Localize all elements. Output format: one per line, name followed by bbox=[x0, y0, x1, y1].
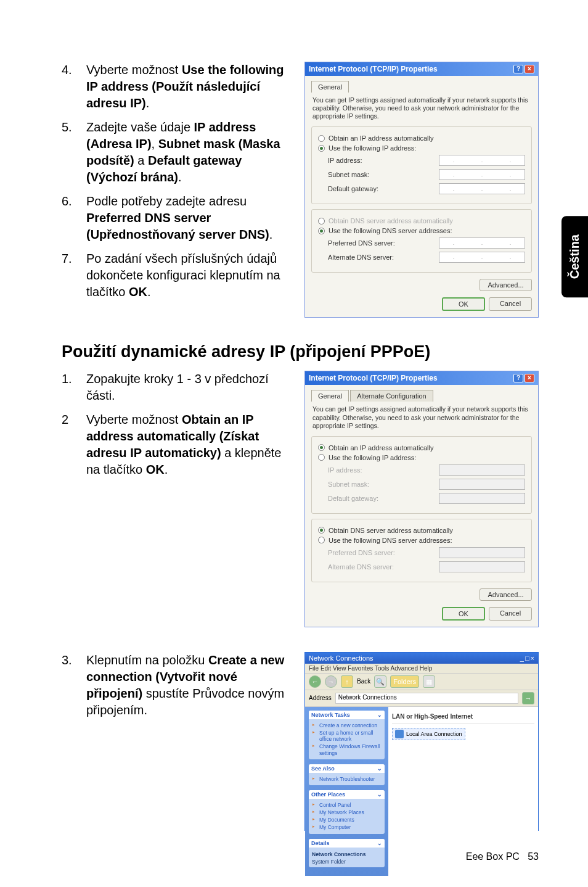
radio-obtain-dns bbox=[318, 218, 325, 225]
folders-button[interactable]: Folders bbox=[390, 675, 419, 688]
radio-use-ip[interactable] bbox=[318, 454, 325, 461]
dialog-description: You can get IP settings assigned automat… bbox=[312, 405, 531, 429]
dialog-title-bar: Internet Protocol (TCP/IP) Properties ? … bbox=[305, 371, 538, 385]
step-number: 2 bbox=[62, 411, 86, 478]
step-text: Vyberte možnost Obtain an IP address aut… bbox=[86, 411, 292, 478]
up-button[interactable]: ↑ bbox=[341, 675, 353, 688]
other-network-places[interactable]: My Network Places bbox=[312, 809, 382, 816]
gateway-input bbox=[439, 493, 525, 504]
step-text: Vyberte možnost Use the following IP add… bbox=[86, 62, 292, 112]
window-controls[interactable]: _ □ × bbox=[520, 654, 534, 662]
collapse-icon[interactable]: ⌄ bbox=[377, 791, 382, 798]
tcpip-dialog-static: Internet Protocol (TCP/IP) Properties ? … bbox=[304, 62, 539, 318]
main-pane: LAN or High-Speed Internet Local Area Co… bbox=[388, 707, 538, 876]
page-footer: Eee Box PC 53 bbox=[466, 851, 539, 862]
network-tasks-panel: Network Tasks⌄ Create a new connection S… bbox=[309, 711, 385, 759]
radio-obtain-ip[interactable] bbox=[318, 135, 325, 142]
cancel-button[interactable]: Cancel bbox=[489, 607, 532, 621]
instruction-list-1: 4.Vyberte možnost Use the following IP a… bbox=[62, 62, 292, 300]
ok-button[interactable]: OK bbox=[442, 297, 485, 311]
collapse-icon[interactable]: ⌄ bbox=[377, 712, 382, 718]
radio-obtain-ip[interactable] bbox=[318, 444, 325, 451]
radio-use-ip[interactable] bbox=[318, 145, 325, 152]
see-troubleshooter[interactable]: Network Troubleshooter bbox=[312, 775, 382, 783]
instruction-step: 6.Podle potřeby zadejte adresu Preferred… bbox=[62, 193, 292, 243]
radio-obtain-dns[interactable] bbox=[318, 527, 325, 534]
dialog-title: Internet Protocol (TCP/IP) Properties bbox=[309, 374, 438, 382]
step-number: 5. bbox=[62, 119, 86, 186]
cancel-button[interactable]: Cancel bbox=[489, 297, 532, 311]
step-text: Zopakujte kroky 1 - 3 v předchozí části. bbox=[86, 371, 292, 404]
step-number: 3. bbox=[62, 652, 86, 719]
subnet-mask-input bbox=[439, 479, 525, 490]
network-connections-window: Network Connections _ □ × File Edit View… bbox=[304, 652, 539, 831]
section-heading-pppoe: Použití dynamické adresy IP (připojení P… bbox=[62, 342, 539, 361]
advanced-button[interactable]: Advanced... bbox=[480, 588, 532, 601]
other-control-panel[interactable]: Control Panel bbox=[312, 801, 382, 809]
alternate-dns-input[interactable]: ... bbox=[439, 252, 525, 263]
close-icon[interactable]: × bbox=[525, 65, 534, 73]
step-text: Podle potřeby zadejte adresu Preferred D… bbox=[86, 193, 292, 243]
step-number: 6. bbox=[62, 193, 86, 243]
ip-address-input[interactable]: ... bbox=[439, 155, 525, 166]
close-icon[interactable]: × bbox=[525, 374, 534, 382]
minimize-icon[interactable]: _ bbox=[520, 654, 524, 662]
instruction-step: 2Vyberte možnost Obtain an IP address au… bbox=[62, 411, 292, 478]
go-button[interactable]: → bbox=[522, 692, 534, 704]
category-lan: LAN or High-Speed Internet bbox=[392, 711, 534, 722]
instruction-step: 5.Zadejte vaše údaje IP address (Adresa … bbox=[62, 119, 292, 186]
tab-general[interactable]: General bbox=[311, 81, 349, 93]
other-places-panel: Other Places⌄ Control Panel My Network P… bbox=[309, 790, 385, 834]
language-tab: Čeština bbox=[561, 216, 588, 297]
task-setup-home[interactable]: Set up a home or small office network bbox=[312, 729, 382, 743]
gateway-input[interactable]: ... bbox=[439, 183, 525, 194]
ok-button[interactable]: OK bbox=[442, 607, 485, 621]
side-panel: Network Tasks⌄ Create a new connection S… bbox=[305, 707, 388, 876]
instruction-step: 1.Zopakujte kroky 1 - 3 v předchozí část… bbox=[62, 371, 292, 404]
radio-use-dns[interactable] bbox=[318, 537, 325, 543]
instruction-list-3: 3.Klepnutím na položku Create a new conn… bbox=[62, 652, 292, 719]
maximize-icon[interactable]: □ bbox=[525, 654, 529, 662]
step-number: 1. bbox=[62, 371, 86, 404]
preferred-dns-input bbox=[439, 547, 525, 558]
other-computer[interactable]: My Computer bbox=[312, 823, 382, 831]
connection-lan[interactable]: Local Area Connection bbox=[392, 728, 465, 740]
search-icon[interactable]: 🔍 bbox=[374, 675, 386, 688]
advanced-button[interactable]: Advanced... bbox=[480, 279, 532, 291]
radio-use-dns[interactable] bbox=[318, 228, 325, 234]
lan-icon bbox=[395, 730, 404, 738]
alternate-dns-input bbox=[439, 561, 525, 572]
step-text: Klepnutím na položku Create a new connec… bbox=[86, 652, 292, 719]
step-text: Po zadání všech příslušných údajů dokonč… bbox=[86, 250, 292, 300]
details-panel: Details⌄ Network Connections System Fold… bbox=[309, 839, 385, 867]
help-icon[interactable]: ? bbox=[513, 65, 523, 73]
help-icon[interactable]: ? bbox=[513, 374, 523, 382]
toolbar: ← → ↑ Back 🔍 Folders ▦ bbox=[305, 674, 538, 690]
preferred-dns-input[interactable]: ... bbox=[439, 237, 525, 249]
dialog-title-bar: Internet Protocol (TCP/IP) Properties ? … bbox=[305, 62, 538, 76]
see-also-panel: See Also⌄ Network Troubleshooter bbox=[309, 764, 385, 785]
dialog-description: You can get IP settings assigned automat… bbox=[312, 96, 531, 120]
collapse-icon[interactable]: ⌄ bbox=[377, 765, 382, 772]
step-number: 7. bbox=[62, 250, 86, 300]
instruction-list-2: 1.Zopakujte kroky 1 - 3 v předchozí část… bbox=[62, 371, 292, 478]
address-bar[interactable]: Network Connections bbox=[335, 693, 518, 704]
tab-alternate[interactable]: Alternate Configuration bbox=[350, 390, 433, 402]
collapse-icon[interactable]: ⌄ bbox=[377, 840, 382, 846]
menu-bar[interactable]: File Edit View Favorites Tools Advanced … bbox=[305, 664, 538, 674]
dialog-title: Internet Protocol (TCP/IP) Properties bbox=[309, 65, 438, 73]
task-firewall[interactable]: Change Windows Firewall settings bbox=[312, 743, 382, 756]
tcpip-dialog-dhcp: Internet Protocol (TCP/IP) Properties ? … bbox=[304, 371, 539, 627]
tab-general[interactable]: General bbox=[311, 390, 349, 402]
subnet-mask-input[interactable]: ... bbox=[439, 169, 525, 180]
instruction-step: 7.Po zadání všech příslušných údajů doko… bbox=[62, 250, 292, 300]
close-icon[interactable]: × bbox=[531, 654, 534, 662]
other-documents[interactable]: My Documents bbox=[312, 816, 382, 823]
step-text: Zadejte vaše údaje IP address (Adresa IP… bbox=[86, 119, 292, 186]
back-button[interactable]: ← bbox=[309, 675, 321, 688]
views-icon[interactable]: ▦ bbox=[423, 675, 435, 688]
address-bar-row: Address Network Connections → bbox=[305, 690, 538, 707]
task-create-connection[interactable]: Create a new connection bbox=[312, 722, 382, 729]
window-title-bar: Network Connections _ □ × bbox=[305, 653, 538, 664]
instruction-step: 4.Vyberte možnost Use the following IP a… bbox=[62, 62, 292, 112]
